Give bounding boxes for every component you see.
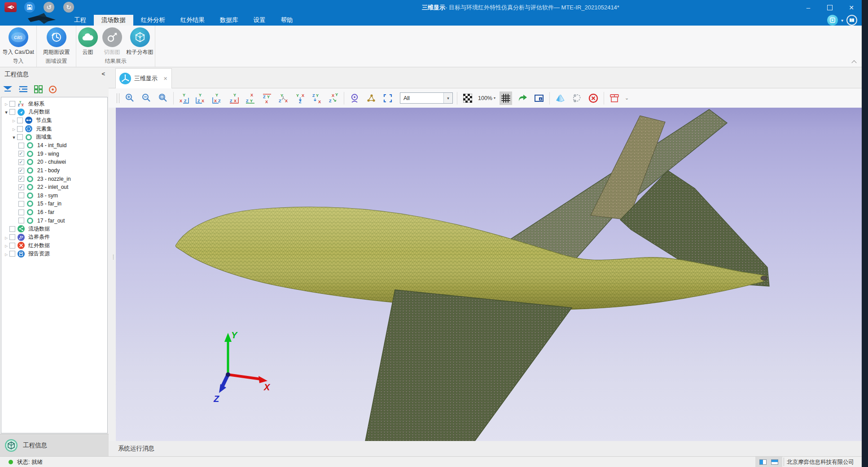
expander-icon[interactable] [3,234,9,240]
view-right-icon[interactable]: Y ZX [228,92,240,105]
tree-item-boundary-conditions[interactable]: 边界条件 [1,233,107,242]
tree-item-surface[interactable]: 16 - far [1,208,107,217]
view-iso-2-icon[interactable]: Y XZ [294,92,307,105]
run-video-button[interactable] [827,15,838,26]
tree-item-surface[interactable]: 15 - far_in [1,200,107,208]
minimize-button[interactable]: – [798,0,819,15]
ribbon-collapse-icon[interactable] [852,60,856,64]
tree-item-geometry-data[interactable]: 几何数据 [1,108,107,117]
checkbox[interactable] [18,151,24,157]
menu-item-settings[interactable]: 设置 [246,15,273,26]
menu-item-engineering[interactable]: 工程 [66,15,94,26]
viewport-3d[interactable]: Y X Z [116,108,862,441]
contour-plot-button[interactable]: 云图 [76,27,100,56]
zoom-fit-button[interactable] [157,92,169,105]
checkbox[interactable] [17,134,23,140]
collapse-list-icon[interactable] [18,85,28,93]
menu-item-flowfield-data[interactable]: 流场数据 [94,15,133,26]
particle-distribution-button[interactable]: 粒子分布图 [125,27,155,56]
cancel-button[interactable] [587,92,600,105]
menu-item-infrared-results[interactable]: 红外结果 [173,15,212,26]
checkbox[interactable] [9,101,15,107]
expander-icon[interactable] [11,126,17,132]
panel-splitter[interactable]: ⋮⋮ [109,108,116,441]
import-cas-dat-button[interactable]: cas 导入 Cas/Dat [0,27,36,56]
checkbox[interactable] [18,209,24,215]
tree-item-element-set[interactable]: 元素集 [1,125,107,133]
checkbox[interactable] [17,126,23,132]
close-button[interactable]: ✕ [841,0,862,15]
view-iso-4-icon[interactable]: Z XY [327,92,340,105]
perspective-camera-button[interactable] [348,92,361,105]
tree-item-infrared-data[interactable]: 红外数据 [1,241,107,250]
lasso-button[interactable] [570,92,583,105]
tree-item-report-resources[interactable]: 报告资源 [1,250,107,258]
checkbox[interactable] [18,184,24,190]
expander-icon[interactable] [3,109,9,115]
tree-item-surface[interactable]: 17 - far_out [1,216,107,225]
filter-icon[interactable] [3,85,13,93]
tree-item-surface[interactable]: 22 - inlet_out [1,183,107,192]
help-book-button[interactable] [846,15,857,26]
menu-item-help[interactable]: 帮助 [273,15,301,26]
panel-collapse-icon[interactable]: < [101,70,105,77]
tree-item-flowfield-data[interactable]: 流场数据 [1,225,107,233]
layout-left-icon[interactable] [759,459,767,465]
expander-icon[interactable] [11,134,17,140]
project-info-bottom-button[interactable]: 工程信息 [0,434,109,456]
expander-icon[interactable] [11,117,17,123]
checkbox[interactable] [9,109,15,115]
target-icon[interactable] [48,85,57,94]
expander-icon[interactable] [3,242,9,249]
toolbar-grip[interactable] [117,93,119,103]
tree-item-coordinate-system[interactable]: Y Z X 坐标系 [1,100,107,108]
checkbox[interactable] [17,118,23,123]
view-left-icon[interactable]: Y XZ [211,92,224,105]
grid-view-icon[interactable] [34,85,43,93]
tree-item-surface[interactable]: 21 - body [1,166,107,175]
view-top-icon[interactable]: X ZY [244,92,257,105]
zoom-in-button[interactable] [123,92,136,105]
tree-item-surface[interactable]: 18 - sym [1,192,107,200]
checkbox[interactable] [18,176,24,182]
chevron-down-icon[interactable]: ▾ [841,18,843,23]
export-arrow-button[interactable] [516,92,529,105]
view-front-icon[interactable]: Y XZ [178,92,190,105]
menu-item-database[interactable]: 数据库 [212,15,246,26]
tree-item-surface-set[interactable]: 面域集 [1,133,107,141]
menu-item-infrared-analysis[interactable]: 红外分析 [133,15,173,26]
tree-item-surface[interactable]: 23 - nozzle_in [1,175,107,183]
tree-item-node-set[interactable]: 节点集 [1,116,107,125]
select-box-button[interactable] [381,92,394,105]
view-iso-1-icon[interactable]: Y XZ [277,92,290,105]
restore-button[interactable] [820,0,840,15]
checkbox[interactable] [18,168,24,174]
mesh-grid-toggle[interactable] [500,92,512,105]
app-logo-button[interactable] [4,2,17,12]
redo-button[interactable]: ↻ [63,2,74,13]
view-back-icon[interactable]: Y ZX [194,92,207,105]
mirror-button[interactable] [554,92,566,105]
snapshot-button[interactable] [533,92,545,105]
checkbox[interactable] [18,159,24,165]
display-filter-combobox[interactable]: All ▾ [400,92,453,104]
tab-3d-view[interactable]: 三维显示 ✕ [115,68,172,88]
tree-item-surface[interactable]: 19 - wing [1,150,107,158]
checkbox[interactable] [9,226,15,232]
checkbox[interactable] [9,243,15,249]
tree-item-surface[interactable]: 20 - chuiwei [1,158,107,166]
view-bottom-icon[interactable]: ZY X [261,92,273,105]
expander-icon[interactable] [3,251,9,257]
checkbox[interactable] [9,234,15,240]
archive-box-button[interactable] [608,92,621,105]
checkbox[interactable] [18,143,24,148]
zoom-out-button[interactable] [140,92,153,105]
expander-icon[interactable] [3,100,9,107]
molecule-button[interactable] [365,92,377,105]
layout-top-icon[interactable] [771,459,778,465]
checkbox[interactable] [18,201,24,207]
checkbox[interactable] [18,192,24,198]
periodic-surface-button[interactable]: 周期面设置 [41,27,72,56]
view-iso-3-icon[interactable]: Z YX [311,92,323,105]
checkbox[interactable] [18,218,24,223]
